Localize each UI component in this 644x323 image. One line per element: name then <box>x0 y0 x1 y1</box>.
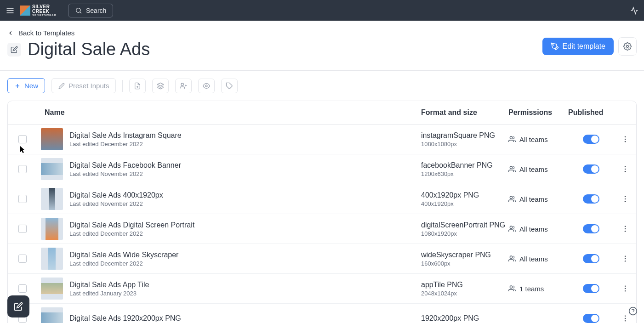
table-row[interactable]: Digital Sale Ads Instagram SquareLast ed… <box>8 125 636 154</box>
row-format: digitalScreenPortrait PNG <box>421 221 508 229</box>
row-more-button[interactable] <box>614 225 636 233</box>
row-name: Digital Sale Ads App Tile <box>69 281 149 289</box>
table-row[interactable]: Digital Sale Ads 1920x200px PNG1920x200p… <box>8 304 636 323</box>
thumbnail[interactable] <box>41 307 63 323</box>
row-more-button[interactable] <box>614 195 636 203</box>
visibility-action-button[interactable] <box>198 79 215 93</box>
svg-point-14 <box>205 85 207 87</box>
published-toggle[interactable] <box>583 254 599 263</box>
col-published[interactable]: Published <box>568 108 614 117</box>
duplicate-action-button[interactable] <box>129 79 146 93</box>
svg-point-42 <box>625 320 626 321</box>
thumbnail[interactable] <box>41 218 63 240</box>
svg-point-17 <box>625 136 626 137</box>
more-vertical-icon <box>621 284 629 293</box>
tag-icon <box>226 82 233 90</box>
svg-point-26 <box>625 198 626 199</box>
published-toggle[interactable] <box>583 135 599 144</box>
table-row[interactable]: Digital Sale Ads Digital Screen Portrait… <box>8 214 636 244</box>
svg-point-11 <box>181 83 183 85</box>
pencil-icon <box>58 83 65 89</box>
row-checkbox[interactable] <box>18 284 27 293</box>
thumbnail[interactable] <box>41 128 63 150</box>
svg-point-22 <box>625 169 626 170</box>
more-vertical-icon <box>621 195 629 203</box>
eye-icon <box>203 82 210 90</box>
row-format: wideSkyscraper PNG <box>421 251 508 259</box>
col-name[interactable]: Name <box>37 108 421 117</box>
table-row[interactable]: Digital Sale Ads App TileLast edited Jan… <box>8 274 636 304</box>
row-edited: Last edited December 2022 <box>69 230 194 237</box>
row-more-button[interactable] <box>614 135 636 143</box>
settings-button[interactable] <box>618 37 637 56</box>
row-more-button[interactable] <box>614 284 636 293</box>
row-checkbox[interactable] <box>18 135 27 143</box>
svg-point-31 <box>625 231 626 232</box>
pencil-square-icon <box>14 302 23 311</box>
row-permissions[interactable]: All teams <box>508 136 568 143</box>
file-plus-icon <box>134 82 141 90</box>
svg-point-28 <box>510 226 512 228</box>
row-permissions[interactable]: All teams <box>508 195 568 203</box>
thumbnail[interactable] <box>41 158 63 180</box>
table-row[interactable]: Digital Sale Ads Facebook BannerLast edi… <box>8 154 636 184</box>
chevron-left-icon <box>7 30 14 36</box>
row-checkbox[interactable] <box>18 165 27 173</box>
table-header: Name Format and size Permissions Publish… <box>8 101 636 125</box>
back-link[interactable]: Back to Templates <box>7 29 150 37</box>
floating-edit-button[interactable] <box>7 295 29 317</box>
row-name: Digital Sale Ads Digital Screen Portrait <box>69 221 194 229</box>
gear-icon <box>623 42 632 51</box>
col-format[interactable]: Format and size <box>421 108 508 117</box>
row-checkbox[interactable] <box>18 195 27 203</box>
published-toggle[interactable] <box>583 194 599 204</box>
layers-action-button[interactable] <box>152 79 169 93</box>
users-icon <box>508 195 516 203</box>
new-button[interactable]: New <box>7 78 45 93</box>
row-permissions[interactable]: All teams <box>508 255 568 263</box>
tag-action-button[interactable] <box>221 79 238 93</box>
preset-inputs-button[interactable]: Preset Inputs <box>51 78 116 93</box>
row-more-button[interactable] <box>614 255 636 263</box>
row-size: 1080x1080px <box>421 141 508 147</box>
thumbnail[interactable] <box>41 188 63 210</box>
help-button[interactable] <box>628 306 638 316</box>
rename-button[interactable] <box>7 43 21 57</box>
share-action-button[interactable] <box>175 79 192 93</box>
svg-point-5 <box>627 45 629 48</box>
row-permissions[interactable]: All teams <box>508 165 568 173</box>
table-row[interactable]: Digital Sale Ads Wide SkyscraperLast edi… <box>8 244 636 274</box>
col-permissions[interactable]: Permissions <box>508 108 568 117</box>
row-permissions[interactable]: 1 teams <box>508 285 568 293</box>
more-vertical-icon <box>621 165 629 173</box>
preset-label: Preset Inputs <box>68 82 109 90</box>
row-edited: Last edited January 2023 <box>69 290 149 297</box>
published-toggle[interactable] <box>583 314 599 323</box>
brand-line2: CREEK <box>32 9 57 14</box>
thumbnail[interactable] <box>41 248 63 270</box>
svg-point-27 <box>625 201 626 202</box>
row-checkbox[interactable] <box>18 255 27 263</box>
row-permissions[interactable]: All teams <box>508 225 568 233</box>
edit-template-button[interactable]: Edit template <box>542 38 614 55</box>
row-edited: Last edited November 2022 <box>69 200 163 207</box>
published-toggle[interactable] <box>583 224 599 233</box>
svg-point-19 <box>625 141 626 142</box>
table-row[interactable]: Digital Sale Ads 400x1920pxLast edited N… <box>8 184 636 214</box>
brand-line1: SILVER <box>32 5 57 9</box>
published-toggle[interactable] <box>583 284 599 293</box>
row-more-button[interactable] <box>614 165 636 173</box>
hamburger-icon[interactable] <box>6 6 15 15</box>
published-toggle[interactable] <box>583 164 599 174</box>
svg-point-16 <box>510 136 512 139</box>
row-checkbox[interactable] <box>18 225 27 233</box>
row-edited: Last edited December 2022 <box>69 141 182 147</box>
more-vertical-icon <box>621 255 629 263</box>
more-vertical-icon <box>621 135 629 143</box>
svg-point-39 <box>625 290 626 291</box>
thumbnail[interactable] <box>41 278 63 300</box>
activity-icon[interactable] <box>630 6 638 15</box>
brand-logo[interactable]: SILVER CREEK SPORTSWEAR <box>20 5 63 17</box>
users-icon <box>508 136 516 143</box>
search-button[interactable]: Search <box>68 4 113 17</box>
